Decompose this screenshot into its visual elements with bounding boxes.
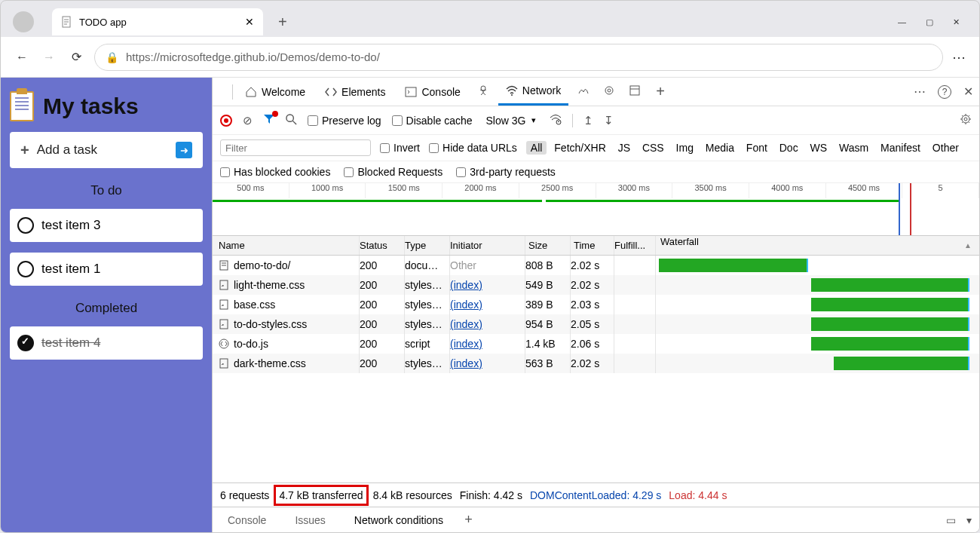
drawer-expand-icon[interactable]: ▭ bbox=[946, 514, 956, 526]
filter-chip[interactable]: CSS bbox=[638, 141, 669, 155]
task-item[interactable]: test item 1 bbox=[10, 253, 203, 286]
network-settings-icon[interactable] bbox=[960, 113, 972, 127]
task-item-done[interactable]: test item 4 bbox=[10, 326, 203, 360]
search-icon[interactable] bbox=[286, 114, 297, 127]
cell-waterfall bbox=[656, 295, 979, 314]
tab-welcome[interactable]: Welcome bbox=[237, 78, 313, 106]
initiator-link[interactable]: (index) bbox=[450, 338, 482, 350]
col-header-time[interactable]: Time bbox=[571, 236, 614, 255]
filter-chip[interactable]: Media bbox=[701, 141, 739, 155]
file-name: to-do-styles.css bbox=[234, 318, 307, 330]
drawer-tab-network-conditions[interactable]: Network conditions bbox=[347, 510, 451, 531]
filter-input[interactable] bbox=[220, 139, 371, 156]
minimize-icon[interactable]: — bbox=[898, 17, 906, 27]
checkbox-icon[interactable] bbox=[17, 217, 34, 234]
network-statusbar: 6 requests 4.7 kB transferred 8.4 kB res… bbox=[213, 482, 979, 507]
file-name: demo-to-do/ bbox=[234, 259, 290, 271]
filter-chip[interactable]: Font bbox=[742, 141, 772, 155]
throttle-dropdown[interactable]: Slow 3G bbox=[483, 113, 540, 128]
import-icon[interactable]: ↧ bbox=[604, 114, 614, 127]
add-task-label: Add a task bbox=[37, 142, 97, 158]
preserve-log-checkbox[interactable]: Preserve log bbox=[308, 115, 381, 127]
col-header-status[interactable]: Status bbox=[360, 236, 405, 255]
filter-chip[interactable]: JS bbox=[614, 141, 635, 155]
table-row[interactable]: to-do-styles.css 200 styles… (index) 954… bbox=[213, 314, 979, 334]
application-icon[interactable] bbox=[624, 84, 645, 99]
third-party-checkbox[interactable]: 3rd-party requests bbox=[456, 166, 556, 178]
status-dcl: DOMContentLoaded: 4.29 s bbox=[530, 489, 661, 501]
table-row[interactable]: base.css 200 styles… (index) 389 B 2.03 … bbox=[213, 295, 979, 314]
table-row[interactable]: to-do.js 200 script (index) 1.4 kB 2.06 … bbox=[213, 334, 979, 354]
table-row[interactable]: dark-theme.css 200 styles… (index) 563 B… bbox=[213, 354, 979, 373]
address-field[interactable]: 🔒 https://microsoftedge.github.io/Demos/… bbox=[94, 44, 943, 71]
checkbox-icon[interactable] bbox=[17, 261, 34, 277]
initiator-link[interactable]: (index) bbox=[450, 318, 482, 330]
network-timeline[interactable]: 500 ms1000 ms1500 ms2000 ms2500 ms3000 m… bbox=[213, 183, 979, 236]
task-item[interactable]: test item 3 bbox=[10, 209, 203, 242]
drawer-tab-issues[interactable]: Issues bbox=[287, 510, 332, 531]
tab-console[interactable]: Console bbox=[397, 78, 467, 106]
record-button[interactable] bbox=[220, 115, 232, 127]
drawer-collapse-icon[interactable]: ▾ bbox=[966, 514, 972, 526]
close-window-icon[interactable]: ✕ bbox=[953, 17, 960, 27]
table-row[interactable]: light-theme.css 200 styles… (index) 549 … bbox=[213, 275, 979, 295]
add-task-button[interactable]: + Add a task ➜ bbox=[10, 132, 203, 168]
filter-chip[interactable]: Wasm bbox=[835, 141, 873, 155]
url-text: https://microsoftedge.github.io/Demos/de… bbox=[126, 51, 380, 63]
settings-gear-icon[interactable] bbox=[599, 84, 620, 99]
checkbox-checked-icon[interactable] bbox=[17, 335, 34, 351]
status-resources: 8.4 kB resources bbox=[373, 489, 452, 501]
drawer-add-tab-button[interactable]: + bbox=[464, 512, 473, 528]
hide-data-urls-checkbox[interactable]: Hide data URLs bbox=[429, 142, 517, 154]
col-header-fulfill[interactable]: Fulfill... bbox=[614, 236, 656, 255]
close-tab-icon[interactable]: ✕ bbox=[245, 17, 254, 27]
filter-chip[interactable]: Fetch/XHR bbox=[550, 141, 610, 155]
filter-toggle-icon[interactable] bbox=[263, 113, 275, 127]
help-icon[interactable]: ? bbox=[938, 85, 951, 99]
col-header-type[interactable]: Type bbox=[405, 236, 450, 255]
drawer-tab-console[interactable]: Console bbox=[220, 510, 274, 531]
blocked-cookies-checkbox[interactable]: Has blocked cookies bbox=[220, 166, 330, 178]
filter-chip[interactable]: Img bbox=[672, 141, 698, 155]
filter-chip[interactable]: Doc bbox=[775, 141, 803, 155]
table-row[interactable]: demo-to-do/ 200 docu… Other 808 B 2.02 s bbox=[213, 256, 979, 275]
submit-arrow-icon[interactable]: ➜ bbox=[176, 142, 192, 158]
refresh-button[interactable]: ⟳ bbox=[67, 50, 85, 64]
cell-time: 2.02 s bbox=[571, 354, 614, 373]
home-icon bbox=[245, 86, 257, 98]
col-header-waterfall[interactable]: Waterfall bbox=[656, 236, 979, 255]
network-conditions-icon[interactable] bbox=[550, 113, 562, 127]
maximize-icon[interactable]: ▢ bbox=[926, 17, 933, 27]
initiator-link[interactable]: (index) bbox=[450, 279, 482, 291]
sources-icon[interactable] bbox=[473, 84, 494, 99]
new-tab-button[interactable]: + bbox=[269, 14, 296, 31]
back-button[interactable]: ← bbox=[13, 51, 31, 64]
initiator-link[interactable]: (index) bbox=[450, 357, 482, 369]
filter-chip[interactable]: Other bbox=[928, 141, 963, 155]
col-header-name[interactable]: Name bbox=[213, 236, 360, 255]
col-header-size[interactable]: Size bbox=[525, 236, 571, 255]
filter-chip[interactable]: Manifest bbox=[876, 141, 925, 155]
cell-initiator: Other bbox=[450, 256, 525, 275]
table-header[interactable]: Name Status Type Initiator Size Time Ful… bbox=[213, 236, 979, 256]
cell-waterfall bbox=[656, 275, 979, 295]
filter-chip[interactable]: All bbox=[526, 141, 547, 155]
close-devtools-icon[interactable]: ✕ bbox=[963, 84, 973, 99]
browser-more-icon[interactable]: ⋯ bbox=[952, 49, 967, 66]
clear-icon[interactable]: ⊘ bbox=[243, 114, 253, 127]
export-icon[interactable]: ↥ bbox=[583, 114, 593, 127]
tab-network[interactable]: Network bbox=[498, 78, 568, 106]
blocked-requests-checkbox[interactable]: Blocked Requests bbox=[344, 166, 443, 178]
lock-icon: 🔒 bbox=[106, 51, 118, 63]
tab-elements[interactable]: Elements bbox=[317, 78, 393, 106]
disable-cache-checkbox[interactable]: Disable cache bbox=[392, 115, 473, 127]
profile-avatar[interactable] bbox=[13, 11, 34, 32]
col-header-initiator[interactable]: Initiator bbox=[450, 236, 525, 255]
more-tabs-button[interactable]: + bbox=[650, 83, 671, 100]
performance-icon[interactable] bbox=[573, 84, 594, 99]
filter-chip[interactable]: WS bbox=[806, 141, 832, 155]
more-icon[interactable]: ⋯ bbox=[914, 84, 926, 99]
invert-checkbox[interactable]: Invert bbox=[380, 142, 420, 154]
browser-tab[interactable]: TODO app ✕ bbox=[52, 8, 263, 35]
initiator-link[interactable]: (index) bbox=[450, 299, 482, 311]
